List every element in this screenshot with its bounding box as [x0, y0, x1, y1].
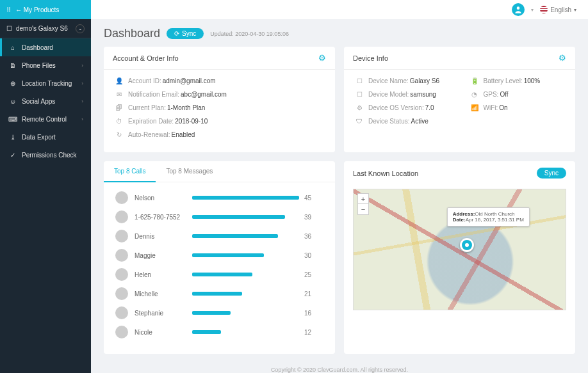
call-name: Dennis: [135, 233, 192, 240]
zoom-in-button[interactable]: +: [358, 194, 368, 204]
popup-date: Apr 16, 2017, 3:51:31 PM: [466, 217, 524, 223]
popup-address: Old North Church: [475, 211, 514, 217]
gear-icon[interactable]: ⚙: [318, 53, 326, 63]
grid-icon: ⠿: [6, 6, 15, 13]
nav-icon: ⤓: [8, 134, 18, 141]
sidebar-item[interactable]: ⊕Location Tracking›: [0, 74, 91, 92]
sidebar-item[interactable]: ☺Social Apps›: [0, 92, 91, 110]
nav-icon: 🗎: [8, 62, 18, 69]
info-label: GPS:: [484, 91, 499, 98]
info-value: 1-Month Plan: [167, 104, 205, 111]
call-bar: [192, 330, 299, 334]
info-label: Account ID:: [128, 77, 161, 84]
sidebar-item-label: Location Tracking: [22, 80, 72, 87]
info-row: ↻Auto-Renewal: Enabled: [114, 131, 325, 138]
nav-icon: ✓: [8, 152, 18, 159]
call-bar: [192, 234, 299, 238]
sidebar-item-label: Dashboard: [22, 44, 53, 51]
user-avatar-button[interactable]: [512, 3, 525, 16]
sidebar-top-link[interactable]: ⠿ ← My Products: [0, 0, 91, 19]
chevron-right-icon: ›: [81, 81, 83, 86]
sidebar-item[interactable]: 🗎Phone Files›: [0, 56, 91, 74]
svg-point-0: [517, 6, 520, 10]
page-title: Dashboard: [104, 27, 160, 40]
sidebar-item[interactable]: ⤓Data Export: [0, 128, 91, 146]
avatar: [115, 210, 128, 223]
user-icon: [514, 5, 523, 14]
language-selector[interactable]: English ▾: [540, 6, 576, 13]
info-label: Device Name:: [368, 77, 409, 84]
info-row: ⚙Device OS Version: 7.0: [354, 104, 450, 111]
info-value: Active: [411, 118, 428, 125]
sync-label: Sync: [544, 170, 559, 177]
call-count: 16: [304, 310, 323, 317]
call-name: Helen: [135, 271, 192, 278]
flag-icon: [540, 6, 548, 13]
info-row: ☐Device Name: Galaxy S6: [354, 77, 450, 84]
map-pin-icon: [460, 238, 474, 252]
map[interactable]: + − Address:Old North Church Date:Apr 16…: [353, 189, 566, 310]
app-root: ⠿ ← My Products ☐ demo's Galaxy S6 ⌄ ⌂Da…: [0, 0, 588, 373]
call-bar: [192, 196, 299, 200]
tab-top-calls[interactable]: Top 8 Calls: [104, 161, 156, 182]
last-updated: Updated: 2020-04-30 19:05:06: [210, 31, 289, 37]
info-label: Current Plan:: [128, 104, 166, 111]
call-count: 21: [304, 290, 323, 298]
language-label: English: [550, 6, 571, 13]
avatar: [115, 306, 128, 319]
info-row: ✉Notification Email: abc@gmail.com: [114, 91, 325, 98]
top-calls-card: Top 8 Calls Top 8 Messages Nelson451-625…: [104, 161, 335, 354]
info-value: On: [499, 104, 507, 111]
call-name: Nelson: [135, 194, 192, 202]
call-row: Nelson45: [115, 191, 323, 204]
sidebar-item-label: Phone Files: [22, 62, 56, 69]
info-row: 🛡Device Status: Active: [354, 118, 450, 125]
call-name: 1-625-780-7552: [135, 214, 192, 221]
device-card: Device Info ⚙ ☐Device Name: Galaxy S6☐De…: [344, 47, 575, 152]
card-title: Account & Order Info: [113, 54, 179, 62]
avatar: [115, 230, 128, 242]
call-row: Michelle21: [115, 287, 323, 300]
location-sync-button[interactable]: Sync: [537, 168, 566, 179]
tab-top-messages[interactable]: Top 8 Messages: [156, 161, 223, 182]
sidebar-item-label: Data Export: [22, 134, 56, 141]
sidebar-item[interactable]: ✓Permissions Check: [0, 146, 91, 164]
chevron-right-icon: ›: [81, 63, 83, 68]
sync-button[interactable]: ⟳ Sync: [167, 28, 204, 39]
zoom-out-button[interactable]: −: [358, 204, 368, 214]
info-value: Galaxy S6: [410, 77, 439, 84]
nav-icon: ⌂: [8, 44, 18, 51]
call-name: Michelle: [135, 290, 192, 298]
info-value: Off: [500, 91, 508, 98]
gear-icon[interactable]: ⚙: [559, 53, 566, 63]
info-value: 2018-09-10: [175, 118, 208, 125]
device-selector[interactable]: ☐ demo's Galaxy S6 ⌄: [0, 19, 91, 38]
info-label: Device Status:: [368, 118, 409, 125]
topbar: ▾ English ▾: [91, 0, 588, 19]
info-label: WiFi:: [484, 104, 498, 111]
call-count: 25: [304, 271, 323, 278]
main: ▾ English ▾ Dashboard ⟳ Sync Updated: 20…: [91, 0, 588, 373]
info-label: Device OS Version:: [368, 104, 424, 111]
call-count: 30: [304, 252, 323, 259]
card-title: Last Known Location: [353, 170, 418, 177]
call-count: 39: [304, 214, 323, 221]
avatar: [115, 191, 128, 204]
call-row: Nicole12: [115, 326, 323, 338]
chevron-down-icon: ▾: [574, 7, 576, 13]
nav-icon: ⌨: [8, 116, 18, 123]
info-icon: ⏱: [114, 118, 124, 125]
info-value: Enabled: [172, 131, 195, 138]
info-value: abc@gmail.com: [181, 91, 227, 98]
page-header: Dashboard ⟳ Sync Updated: 2020-04-30 19:…: [104, 27, 575, 40]
sidebar-item-label: Social Apps: [22, 98, 55, 105]
nav-icon: ☺: [8, 98, 18, 105]
sidebar-item[interactable]: ⌂Dashboard: [0, 38, 91, 56]
info-row: ◔GPS: Off: [470, 91, 566, 98]
call-bar: [192, 292, 299, 296]
device-name: demo's Galaxy S6: [16, 25, 68, 32]
info-row: ☐Device Model: samsung: [354, 91, 450, 98]
call-bar: [192, 253, 299, 257]
info-value: 7.0: [425, 104, 434, 111]
sidebar-item[interactable]: ⌨Remote Control›: [0, 110, 91, 128]
